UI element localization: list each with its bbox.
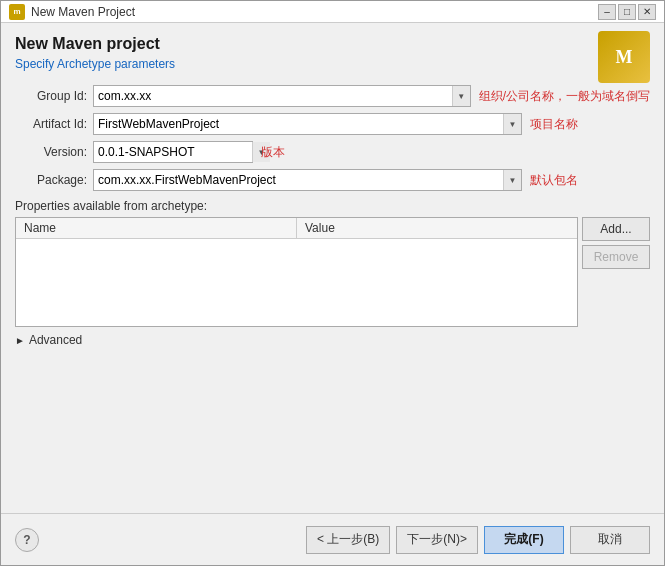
version-input[interactable]: [94, 142, 252, 162]
next-button[interactable]: 下一步(N)>: [396, 526, 478, 554]
properties-label: Properties available from archetype:: [15, 199, 650, 213]
back-button[interactable]: < 上一步(B): [306, 526, 390, 554]
version-input-wrap: ▼ 版本: [93, 141, 650, 163]
group-id-input[interactable]: [94, 86, 452, 106]
remove-property-button[interactable]: Remove: [582, 245, 650, 269]
add-property-button[interactable]: Add...: [582, 217, 650, 241]
package-dropdown-btn[interactable]: ▼: [503, 170, 521, 190]
advanced-arrow-icon: ►: [15, 335, 25, 346]
package-label: Package:: [15, 173, 87, 187]
header-area: M New Maven project Specify Archetype pa…: [15, 35, 650, 85]
empty-row: [16, 239, 577, 319]
advanced-label[interactable]: Advanced: [29, 333, 82, 347]
version-hint: 版本: [261, 144, 381, 161]
version-row: Version: ▼ 版本: [15, 141, 650, 163]
form-area: Group Id: ▼ 组织/公司名称，一般为域名倒写 Artifact Id:…: [15, 85, 650, 191]
properties-table-wrap: Name Value: [15, 217, 578, 327]
group-id-dropdown-btn[interactable]: ▼: [452, 86, 470, 106]
titlebar: m New Maven Project – □ ✕: [1, 1, 664, 23]
version-select-wrap: ▼: [93, 141, 253, 163]
package-row: Package: ▼ 默认包名: [15, 169, 650, 191]
page-subtitle: Specify Archetype parameters: [15, 57, 650, 71]
page-title: New Maven project: [15, 35, 650, 53]
finish-button[interactable]: 完成(F): [484, 526, 564, 554]
main-content: M New Maven project Specify Archetype pa…: [1, 23, 664, 513]
artifact-id-input[interactable]: [94, 114, 503, 134]
minimize-button[interactable]: –: [598, 4, 616, 20]
maximize-button[interactable]: □: [618, 4, 636, 20]
window: m New Maven Project – □ ✕ M New Maven pr…: [0, 0, 665, 566]
properties-table: Name Value: [16, 218, 577, 319]
artifact-id-input-wrap: ▼ 项目名称: [93, 113, 650, 135]
version-label: Version:: [15, 145, 87, 159]
properties-area: Name Value Add...: [15, 217, 650, 327]
col-value-header: Value: [297, 218, 578, 239]
window-title: New Maven Project: [31, 5, 135, 19]
artifact-id-field-wrap: ▼: [93, 113, 522, 135]
group-id-hint: 组织/公司名称，一般为域名倒写: [479, 88, 650, 105]
titlebar-controls: – □ ✕: [598, 4, 656, 20]
package-input[interactable]: [94, 170, 503, 190]
bottom-right: < 上一步(B) 下一步(N)> 完成(F) 取消: [306, 526, 650, 554]
help-button[interactable]: ?: [15, 528, 39, 552]
titlebar-left: m New Maven Project: [9, 4, 135, 20]
artifact-id-row: Artifact Id: ▼ 项目名称: [15, 113, 650, 135]
close-button[interactable]: ✕: [638, 4, 656, 20]
maven-icon: m: [9, 4, 25, 20]
artifact-id-hint: 项目名称: [530, 116, 650, 133]
group-id-label: Group Id:: [15, 89, 87, 103]
group-id-input-wrap: ▼ 组织/公司名称，一般为域名倒写: [93, 85, 650, 107]
bottom-left: ?: [15, 528, 39, 552]
package-field-wrap: ▼: [93, 169, 522, 191]
artifact-id-dropdown-btn[interactable]: ▼: [503, 114, 521, 134]
bottom-bar: ? < 上一步(B) 下一步(N)> 完成(F) 取消: [1, 513, 664, 565]
cancel-button[interactable]: 取消: [570, 526, 650, 554]
package-input-wrap: ▼ 默认包名: [93, 169, 650, 191]
group-id-row: Group Id: ▼ 组织/公司名称，一般为域名倒写: [15, 85, 650, 107]
properties-buttons: Add... Remove: [582, 217, 650, 327]
maven-logo: M: [598, 31, 650, 83]
advanced-section[interactable]: ► Advanced: [15, 333, 650, 347]
col-name-header: Name: [16, 218, 297, 239]
properties-section: Properties available from archetype: Nam…: [15, 199, 650, 327]
artifact-id-label: Artifact Id:: [15, 117, 87, 131]
group-id-field-wrap: ▼: [93, 85, 471, 107]
package-hint: 默认包名: [530, 172, 650, 189]
